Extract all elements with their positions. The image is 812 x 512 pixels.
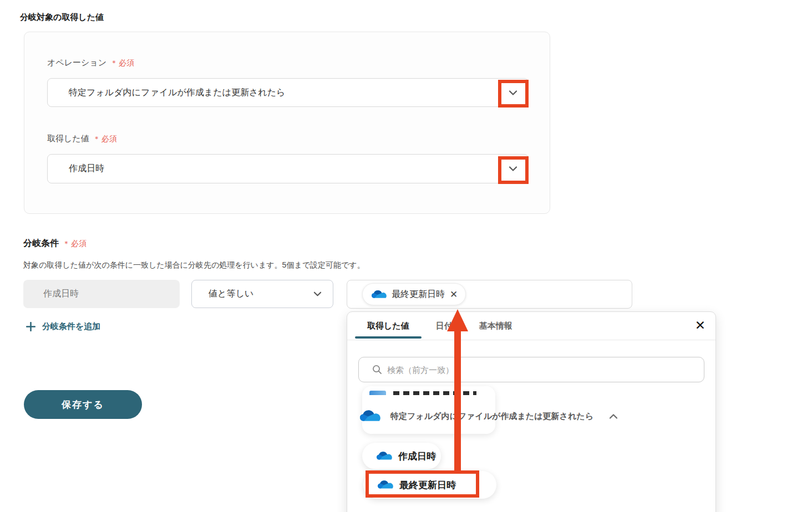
tab-date[interactable]: 日付 [436, 321, 453, 331]
operation-card: オペレーション ＊必須 特定フォルダ内にファイルが作成または更新されたら 取得し… [24, 32, 550, 214]
search-icon [372, 365, 382, 375]
chevron-down-icon[interactable] [302, 291, 333, 296]
tab-basic-info[interactable]: 基本情報 [479, 321, 512, 331]
operation-label: オペレーション [47, 58, 106, 68]
list-item-updated-at[interactable]: 最終更新日時 [363, 471, 496, 499]
value-chip: 最終更新日時 ✕ [362, 283, 466, 305]
group-header-item[interactable]: 特定フォルダ内にファイルが作成または更新されたら [360, 404, 704, 428]
clipped-list-item [362, 388, 484, 395]
obtained-value-label: 取得した値 [47, 134, 89, 144]
save-button[interactable]: 保存する [24, 390, 142, 419]
tab-obtained-values[interactable]: 取得した値 [367, 321, 409, 331]
operation-label-row: オペレーション ＊必須 [47, 58, 134, 68]
onedrive-icon [360, 409, 380, 423]
list-item-label: 作成日時 [398, 450, 436, 463]
add-condition-label: 分岐条件を追加 [42, 321, 100, 332]
list-item-created-at[interactable]: 作成日時 [362, 443, 441, 469]
chevron-down-icon[interactable] [498, 90, 528, 95]
branch-condition-description: 対象の取得した値が次の条件に一致した場合に分岐先の処理を行います。5個まで設定可… [23, 260, 365, 270]
operator-select[interactable]: 値と等しい [191, 280, 333, 308]
required-mark: ＊必須 [93, 134, 117, 144]
operator-select-value: 値と等しい [192, 288, 302, 300]
active-tab-underline [355, 336, 422, 339]
obtained-value-select-value: 作成日時 [48, 163, 498, 175]
plus-icon [26, 322, 35, 331]
condition-value-field[interactable]: 最終更新日時 ✕ [347, 280, 632, 309]
obtained-value-select[interactable]: 作成日時 [47, 154, 529, 183]
branch-condition-title: 分岐条件 [23, 238, 59, 249]
chevron-up-icon[interactable] [609, 414, 618, 419]
value-picker-popup: 取得した値 日付 基本情報 ✕ 特定フォルダ内にファイルが作成または更新されたら… [347, 311, 716, 512]
branch-target-input: 作成日時 [23, 280, 180, 308]
close-icon[interactable]: ✕ [695, 319, 706, 332]
add-condition-button[interactable]: 分岐条件を追加 [26, 321, 100, 332]
onedrive-icon [377, 451, 392, 461]
obtained-value-label-row: 取得した値 ＊必須 [47, 134, 117, 144]
required-mark: ＊必須 [63, 239, 87, 249]
list-item-label: 最終更新日時 [399, 479, 456, 491]
group-header-label: 特定フォルダ内にファイルが作成または更新されたら [390, 411, 593, 422]
clipped-item-icon [369, 391, 386, 395]
chevron-down-icon[interactable] [498, 166, 528, 171]
required-mark: ＊必須 [110, 58, 134, 68]
onedrive-icon [372, 290, 387, 299]
search-input[interactable] [387, 365, 704, 375]
chip-remove-icon[interactable]: ✕ [450, 290, 458, 299]
operation-select-value: 特定フォルダ内にファイルが作成または更新されたら [48, 87, 498, 99]
search-box [358, 357, 704, 382]
value-chip-label: 最終更新日時 [392, 289, 445, 300]
branch-condition-title-row: 分岐条件 ＊必須 [23, 238, 87, 249]
clipped-item-text [393, 391, 476, 395]
branch-target-section-title: 分岐対象の取得した値 [20, 12, 104, 23]
operation-select[interactable]: 特定フォルダ内にファイルが作成または更新されたら [47, 78, 529, 107]
onedrive-icon [378, 480, 393, 490]
